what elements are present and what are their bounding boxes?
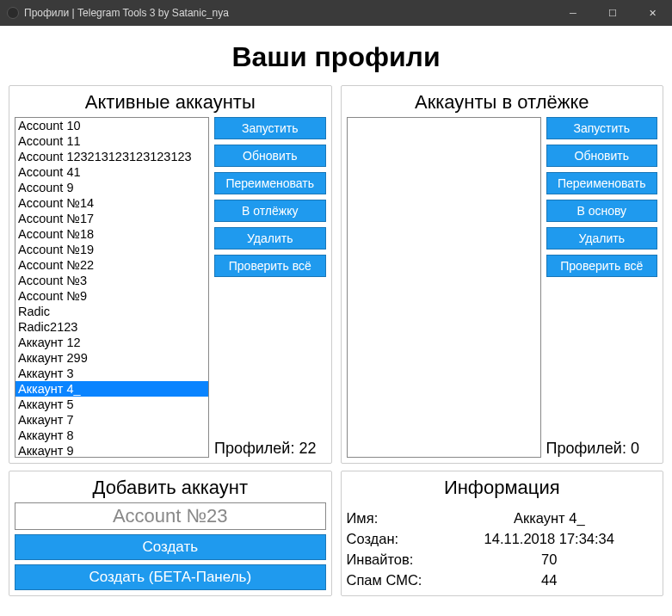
list-item[interactable]: Radic2123	[15, 319, 208, 335]
info-invites-value: 70	[441, 549, 658, 570]
list-item[interactable]: Account №17	[15, 211, 208, 226]
add-heading: Добавить аккаунт	[15, 477, 326, 499]
rest-count-label: Профилей: 0	[546, 440, 658, 458]
create-beta-button[interactable]: Создать (БЕТА-Панель)	[15, 564, 326, 590]
list-item[interactable]: Аккаунт 9	[15, 443, 208, 458]
active-rename-button[interactable]: Переименовать	[214, 172, 326, 194]
active-start-button[interactable]: Запустить	[214, 117, 326, 139]
list-item[interactable]: Аккаунт 7	[15, 412, 208, 428]
rest-checkall-button[interactable]: Проверить всё	[546, 255, 658, 277]
titlebar: Профили | Telegram Tools 3 by Satanic_ny…	[0, 0, 672, 26]
minimize-button[interactable]: ─	[553, 0, 593, 26]
active-heading: Активные аккаунты	[15, 91, 326, 114]
close-button[interactable]: ✕	[632, 0, 672, 26]
active-accounts-list[interactable]: Account 10Account 11Account 123213123123…	[15, 117, 209, 458]
list-item[interactable]: Account №3	[15, 273, 208, 288]
rest-refresh-button[interactable]: Обновить	[546, 145, 658, 167]
create-button[interactable]: Создать	[15, 534, 326, 560]
list-item[interactable]: Account №14	[15, 195, 208, 211]
list-item[interactable]: Radic	[15, 304, 208, 319]
active-checkall-button[interactable]: Проверить всё	[214, 255, 326, 277]
info-panel: Информация Имя: Аккаунт 4_ Создан: 14.11…	[341, 471, 664, 596]
info-spam-value: 44	[441, 570, 658, 590]
rest-delete-button[interactable]: Удалить	[546, 227, 658, 249]
info-spam-row: Спам СМС: 44	[347, 570, 658, 590]
list-item[interactable]: Account №9	[15, 288, 208, 304]
info-invites-row: Инвайтов: 70	[347, 549, 658, 570]
list-item[interactable]: Аккаунт 4_	[15, 381, 208, 397]
list-item[interactable]: Аккаунт 3	[15, 366, 208, 381]
app-icon	[7, 7, 19, 19]
rest-accounts-list[interactable]	[347, 117, 541, 458]
list-item[interactable]: Аккаунт 8	[15, 428, 208, 443]
info-created-label: Создан:	[347, 528, 441, 549]
list-item[interactable]: Account 11	[15, 133, 208, 149]
list-item[interactable]: Account №18	[15, 226, 208, 242]
rest-move-button[interactable]: В основу	[546, 200, 658, 222]
info-spam-label: Спам СМС:	[347, 570, 441, 590]
info-name-row: Имя: Аккаунт 4_	[347, 508, 658, 528]
active-delete-button[interactable]: Удалить	[214, 227, 326, 249]
info-created-value: 14.11.2018 17:34:34	[441, 528, 658, 549]
list-item[interactable]: Account №22	[15, 257, 208, 273]
active-accounts-panel: Активные аккаунты Account 10Account 11Ac…	[9, 85, 332, 464]
list-item[interactable]: Account 9	[15, 180, 208, 195]
list-item[interactable]: Account №19	[15, 242, 208, 257]
add-account-panel: Добавить аккаунт Создать Создать (БЕТА-П…	[9, 471, 332, 596]
page-title: Ваши профили	[9, 41, 663, 73]
active-count-label: Профилей: 22	[214, 440, 326, 458]
info-name-value: Аккаунт 4_	[441, 508, 658, 528]
add-account-input[interactable]	[15, 502, 326, 530]
rest-heading: Аккаунты в отлёжке	[347, 91, 658, 114]
info-name-label: Имя:	[347, 508, 441, 528]
info-invites-label: Инвайтов:	[347, 549, 441, 570]
list-item[interactable]: Аккаунт 12	[15, 335, 208, 350]
list-item[interactable]: Аккаунт 299	[15, 350, 208, 366]
rest-rename-button[interactable]: Переименовать	[546, 172, 658, 194]
list-item[interactable]: Account 123213123123123123	[15, 149, 208, 164]
list-item[interactable]: Account 41	[15, 164, 208, 180]
window-title: Профили | Telegram Tools 3 by Satanic_ny…	[24, 7, 553, 19]
list-item[interactable]: Аккаунт 5	[15, 397, 208, 412]
list-item[interactable]: Account 10	[15, 118, 208, 133]
active-move-button[interactable]: В отлёжку	[214, 200, 326, 222]
info-created-row: Создан: 14.11.2018 17:34:34	[347, 528, 658, 549]
rest-accounts-panel: Аккаунты в отлёжке Запустить Обновить Пе…	[341, 85, 664, 464]
maximize-button[interactable]: ☐	[593, 0, 632, 26]
rest-start-button[interactable]: Запустить	[546, 117, 658, 139]
active-refresh-button[interactable]: Обновить	[214, 145, 326, 167]
info-heading: Информация	[347, 477, 658, 499]
